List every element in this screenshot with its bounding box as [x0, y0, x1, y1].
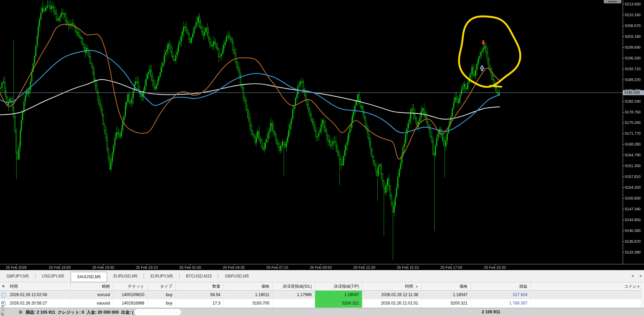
cell-tp: 1.18047 [315, 291, 362, 299]
cell-close_price: 1.18047 [422, 291, 471, 299]
price-tick-label: 5147.340 [625, 207, 641, 211]
toolbox-vertical-label: ボックス [0, 301, 5, 316]
price-tick-label: 5182.240 [625, 99, 641, 103]
chart-panel: 5213.6505210.1605206.6705203.1805199.690… [0, 0, 644, 270]
candlestick-chart[interactable] [0, 0, 644, 270]
toolbox-vertical-tab[interactable]: ボックス [0, 293, 5, 316]
table-row[interactable]: 2026.02.26 12:02:08eurusd1400109810buy56… [0, 291, 644, 299]
column-header-volume[interactable]: 数量 [176, 283, 224, 291]
time-tick-label: 26 Feb 04:30 [223, 265, 245, 269]
price-tick-label: 5171.770 [625, 131, 641, 135]
column-header-price[interactable]: 価格 [224, 283, 273, 291]
price-tick-label: 5210.160 [625, 13, 641, 17]
time-tick-label: 25 Feb 19:30 [92, 265, 114, 269]
trade-history-panel: ✕ 時間銘柄チケットタイプ数量価格決済逆指値(S/L)決済指値(T/P)時間▲価… [0, 282, 644, 308]
price-tick-label: 5133.380 [625, 250, 641, 254]
table-row[interactable]: 2026.02.26 20:58:27xauusd1402916966buy17… [0, 299, 644, 308]
current-price-label: 5185.002 [623, 90, 644, 95]
cell-profit: 1 788 307 [471, 299, 531, 308]
status-bar: ⊕ 損益: 2 105 911 クレジット: 0 入金: 20 000 000 … [0, 308, 644, 316]
price-tick-label: 5157.810 [625, 175, 641, 179]
chart-tab-eurjpy-m5[interactable]: EURJPY,M5 [144, 270, 179, 282]
price-tick-label: 5189.220 [625, 78, 641, 82]
price-tick-label: 5143.850 [625, 218, 641, 222]
cell-price: 1.18011 [224, 291, 273, 299]
cell-volume: 17.3 [176, 299, 224, 308]
price-tick-label: 5213.650 [625, 2, 641, 6]
price-tick-label: 5161.300 [625, 164, 641, 168]
cell-close_price: 5200.321 [422, 299, 471, 308]
cell-profit: 317 604 [471, 291, 531, 299]
price-tick-label: 5203.180 [625, 34, 641, 38]
widget-handle [608, 1, 617, 2]
account-summary-text: 損益: 2 105 911 クレジット: 0 入金: 20 000 000 出金… [26, 310, 134, 315]
price-tick-label: 5196.200 [625, 56, 641, 60]
status-profit-value: 2 105 911 [450, 310, 500, 314]
cell-sl: 1.17966 [273, 291, 315, 299]
price-tick-label: 5168.280 [625, 142, 641, 146]
scrollbar-track[interactable] [641, 282, 644, 308]
cell-ticket: 1402916966 [113, 299, 148, 308]
cell-type: buy [148, 291, 176, 299]
time-tick-label: 26 Feb 12:30 [353, 265, 375, 269]
chart-topright-widget[interactable] [604, 0, 621, 3]
time-tick-label: 26 Feb 01:50 [179, 265, 201, 269]
price-tick-label: 5178.750 [625, 110, 641, 114]
time-tick-label: 26 Feb 20:30 [484, 265, 506, 269]
time-tick-label: 26 Feb 09:50 [310, 265, 332, 269]
chart-tab-eurusd-m5[interactable]: EURUSD,M5 [107, 270, 144, 282]
time-tick-label: 26 Feb 17:50 [440, 265, 462, 269]
price-tick-label: 5136.870 [625, 239, 641, 243]
time-tick-label: 26 Feb 15:10 [397, 265, 419, 269]
chart-tab-gbpjpy-m5[interactable]: GBPJPY,M5 [0, 270, 35, 282]
chart-tab-xauusd-m5[interactable]: XAUUSD,M5 [71, 272, 107, 282]
cell-comment [531, 291, 644, 299]
tab-scroll-left-icon[interactable]: ◄ [630, 273, 635, 278]
plus-circle-icon[interactable]: ⊕ [19, 309, 23, 315]
cell-time: 2026.02.26 20:58:27 [7, 299, 71, 308]
time-tick-label: 26 Feb 07:10 [266, 265, 288, 269]
cell-symbol: eurusd [71, 291, 113, 299]
column-header-symbol[interactable]: 銘柄 [71, 283, 113, 291]
price-tick-label: 5199.690 [625, 45, 641, 49]
cell-ticket: 1400109810 [113, 291, 148, 299]
sort-asc-icon: ▲ [415, 285, 418, 288]
price-tick-label: 5154.320 [625, 185, 641, 189]
cell-volume: 56.54 [176, 291, 224, 299]
table-header: ✕ 時間銘柄チケットタイプ数量価格決済逆指値(S/L)決済指値(T/P)時間▲価… [0, 282, 644, 291]
cell-close_time: 2026.02.26 12:11:38 [362, 291, 422, 299]
time-tick-label: 25 Feb 2026 [6, 265, 27, 269]
chart-tab-usdjpy-m5[interactable]: USDJPY,M5 [35, 270, 71, 282]
column-header-ticket[interactable]: チケット [113, 283, 148, 291]
mt5-window: 5213.6505210.1605206.6705203.1805199.690… [0, 0, 644, 316]
redaction-blob: ... [135, 309, 181, 315]
tab-scroll-right-icon[interactable]: ► [639, 273, 643, 278]
cell-comment [531, 299, 644, 308]
cell-close_time: 2026.02.26 21:01:01 [362, 299, 422, 308]
column-header-profit[interactable]: 損益 [471, 283, 531, 291]
cell-time: 2026.02.26 12:02:08 [7, 291, 71, 299]
cell-type: buy [148, 299, 176, 308]
cell-price: 5193.700 [224, 299, 273, 308]
column-header-close_price[interactable]: 価格 [422, 283, 471, 291]
price-tick-label: 5206.670 [625, 24, 641, 28]
chart-tab-btcusd-m15[interactable]: BTCUSD,M15 [180, 270, 218, 282]
cell-tp: 5200.321 [315, 299, 362, 308]
column-header-time[interactable]: 時間 [7, 283, 71, 291]
cell-sl [273, 299, 315, 308]
column-header-comment[interactable]: コメント [531, 283, 644, 291]
column-header-sl[interactable]: 決済逆指値(S/L) [273, 283, 315, 291]
chart-tab-gbpusd-m5[interactable]: GBPUSD,M5 [218, 270, 255, 282]
close-panel-button[interactable]: ✕ [0, 283, 7, 291]
column-header-type[interactable]: タイプ [148, 283, 176, 291]
column-header-tp[interactable]: 決済指値(T/P) [315, 283, 362, 291]
price-tick-label: 5150.830 [625, 196, 641, 200]
price-tick-label: 5164.790 [625, 153, 641, 157]
column-header-close_time[interactable]: 時間▲ [362, 283, 422, 291]
time-tick-label: 25 Feb 23:10 [136, 265, 158, 269]
price-tick-label: 5140.360 [625, 229, 641, 233]
cell-symbol: xauusd [71, 299, 113, 308]
chart-tab-bar: GBPJPY,M5USDJPY,M5XAUUSD,M5EURUSD,M5EURJ… [0, 270, 644, 282]
price-tick-label: 5192.710 [625, 67, 641, 71]
price-tick-label: 5175.260 [625, 121, 641, 125]
